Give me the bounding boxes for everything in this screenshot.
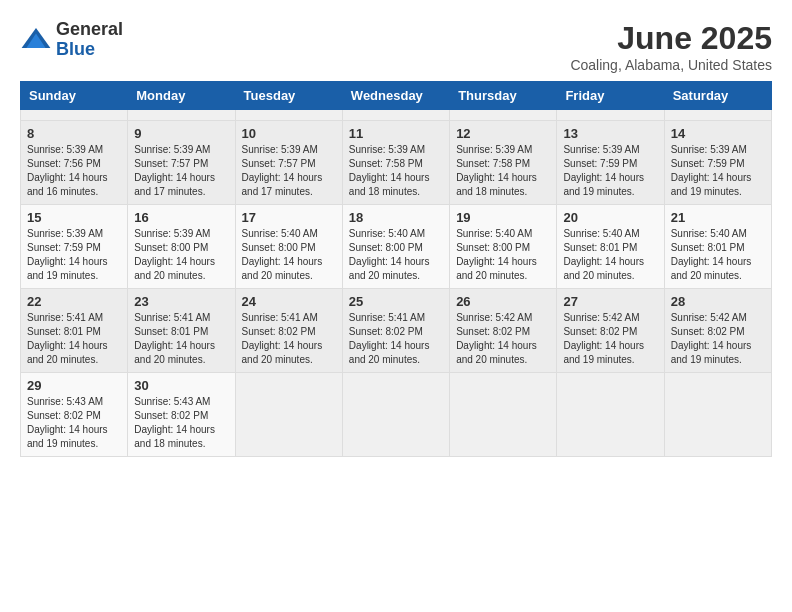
day-number: 9 (134, 126, 228, 141)
calendar-cell: 11Sunrise: 5:39 AMSunset: 7:58 PMDayligh… (342, 121, 449, 205)
day-info: Sunrise: 5:39 AMSunset: 7:56 PMDaylight:… (27, 143, 121, 199)
day-info: Sunrise: 5:40 AMSunset: 8:01 PMDaylight:… (563, 227, 657, 283)
weekday-header: Friday (557, 82, 664, 110)
month-title: June 2025 (570, 20, 772, 57)
day-number: 26 (456, 294, 550, 309)
day-info: Sunrise: 5:40 AMSunset: 8:00 PMDaylight:… (242, 227, 336, 283)
day-info: Sunrise: 5:41 AMSunset: 8:01 PMDaylight:… (134, 311, 228, 367)
calendar-cell: 20Sunrise: 5:40 AMSunset: 8:01 PMDayligh… (557, 205, 664, 289)
calendar-cell: 14Sunrise: 5:39 AMSunset: 7:59 PMDayligh… (664, 121, 771, 205)
logo: General Blue (20, 20, 123, 60)
day-info: Sunrise: 5:39 AMSunset: 8:00 PMDaylight:… (134, 227, 228, 283)
day-info: Sunrise: 5:40 AMSunset: 8:01 PMDaylight:… (671, 227, 765, 283)
calendar-cell (128, 110, 235, 121)
weekday-header: Saturday (664, 82, 771, 110)
day-number: 27 (563, 294, 657, 309)
weekday-header-row: SundayMondayTuesdayWednesdayThursdayFrid… (21, 82, 772, 110)
calendar-cell: 23Sunrise: 5:41 AMSunset: 8:01 PMDayligh… (128, 289, 235, 373)
calendar-cell (664, 110, 771, 121)
calendar-cell: 26Sunrise: 5:42 AMSunset: 8:02 PMDayligh… (450, 289, 557, 373)
weekday-header: Tuesday (235, 82, 342, 110)
day-number: 12 (456, 126, 550, 141)
calendar-cell (450, 373, 557, 457)
calendar-cell: 10Sunrise: 5:39 AMSunset: 7:57 PMDayligh… (235, 121, 342, 205)
day-info: Sunrise: 5:40 AMSunset: 8:00 PMDaylight:… (349, 227, 443, 283)
logo-icon (20, 24, 52, 56)
day-number: 30 (134, 378, 228, 393)
calendar-cell: 19Sunrise: 5:40 AMSunset: 8:00 PMDayligh… (450, 205, 557, 289)
calendar-cell (557, 110, 664, 121)
day-info: Sunrise: 5:39 AMSunset: 7:59 PMDaylight:… (27, 227, 121, 283)
calendar-cell (235, 373, 342, 457)
calendar-cell: 24Sunrise: 5:41 AMSunset: 8:02 PMDayligh… (235, 289, 342, 373)
day-number: 20 (563, 210, 657, 225)
day-info: Sunrise: 5:39 AMSunset: 7:58 PMDaylight:… (349, 143, 443, 199)
day-number: 29 (27, 378, 121, 393)
day-number: 21 (671, 210, 765, 225)
calendar-cell (450, 110, 557, 121)
calendar-cell: 25Sunrise: 5:41 AMSunset: 8:02 PMDayligh… (342, 289, 449, 373)
day-info: Sunrise: 5:39 AMSunset: 7:57 PMDaylight:… (134, 143, 228, 199)
day-number: 13 (563, 126, 657, 141)
calendar-cell: 21Sunrise: 5:40 AMSunset: 8:01 PMDayligh… (664, 205, 771, 289)
day-number: 16 (134, 210, 228, 225)
day-number: 28 (671, 294, 765, 309)
day-number: 10 (242, 126, 336, 141)
calendar-cell: 15Sunrise: 5:39 AMSunset: 7:59 PMDayligh… (21, 205, 128, 289)
logo-general-text: General (56, 19, 123, 39)
calendar-week-row (21, 110, 772, 121)
day-number: 23 (134, 294, 228, 309)
weekday-header: Wednesday (342, 82, 449, 110)
day-info: Sunrise: 5:42 AMSunset: 8:02 PMDaylight:… (671, 311, 765, 367)
calendar-cell: 30Sunrise: 5:43 AMSunset: 8:02 PMDayligh… (128, 373, 235, 457)
day-info: Sunrise: 5:39 AMSunset: 7:58 PMDaylight:… (456, 143, 550, 199)
weekday-header: Monday (128, 82, 235, 110)
day-number: 14 (671, 126, 765, 141)
day-info: Sunrise: 5:43 AMSunset: 8:02 PMDaylight:… (27, 395, 121, 451)
day-number: 25 (349, 294, 443, 309)
calendar-week-row: 22Sunrise: 5:41 AMSunset: 8:01 PMDayligh… (21, 289, 772, 373)
day-info: Sunrise: 5:42 AMSunset: 8:02 PMDaylight:… (563, 311, 657, 367)
calendar-cell (235, 110, 342, 121)
day-number: 8 (27, 126, 121, 141)
day-info: Sunrise: 5:43 AMSunset: 8:02 PMDaylight:… (134, 395, 228, 451)
calendar-cell: 17Sunrise: 5:40 AMSunset: 8:00 PMDayligh… (235, 205, 342, 289)
weekday-header: Thursday (450, 82, 557, 110)
calendar-cell: 12Sunrise: 5:39 AMSunset: 7:58 PMDayligh… (450, 121, 557, 205)
weekday-header: Sunday (21, 82, 128, 110)
day-number: 22 (27, 294, 121, 309)
calendar-cell: 28Sunrise: 5:42 AMSunset: 8:02 PMDayligh… (664, 289, 771, 373)
calendar-cell: 27Sunrise: 5:42 AMSunset: 8:02 PMDayligh… (557, 289, 664, 373)
calendar-cell (664, 373, 771, 457)
day-info: Sunrise: 5:39 AMSunset: 7:57 PMDaylight:… (242, 143, 336, 199)
day-number: 15 (27, 210, 121, 225)
day-info: Sunrise: 5:41 AMSunset: 8:02 PMDaylight:… (349, 311, 443, 367)
calendar-cell: 22Sunrise: 5:41 AMSunset: 8:01 PMDayligh… (21, 289, 128, 373)
calendar-cell: 13Sunrise: 5:39 AMSunset: 7:59 PMDayligh… (557, 121, 664, 205)
calendar-cell: 9Sunrise: 5:39 AMSunset: 7:57 PMDaylight… (128, 121, 235, 205)
calendar-table: SundayMondayTuesdayWednesdayThursdayFrid… (20, 81, 772, 457)
day-info: Sunrise: 5:39 AMSunset: 7:59 PMDaylight:… (671, 143, 765, 199)
title-block: June 2025 Coaling, Alabama, United State… (570, 20, 772, 73)
location-text: Coaling, Alabama, United States (570, 57, 772, 73)
calendar-cell (342, 110, 449, 121)
day-info: Sunrise: 5:40 AMSunset: 8:00 PMDaylight:… (456, 227, 550, 283)
calendar-week-row: 29Sunrise: 5:43 AMSunset: 8:02 PMDayligh… (21, 373, 772, 457)
day-info: Sunrise: 5:39 AMSunset: 7:59 PMDaylight:… (563, 143, 657, 199)
day-number: 11 (349, 126, 443, 141)
logo-blue-text: Blue (56, 39, 95, 59)
calendar-week-row: 15Sunrise: 5:39 AMSunset: 7:59 PMDayligh… (21, 205, 772, 289)
calendar-cell: 16Sunrise: 5:39 AMSunset: 8:00 PMDayligh… (128, 205, 235, 289)
calendar-cell: 8Sunrise: 5:39 AMSunset: 7:56 PMDaylight… (21, 121, 128, 205)
calendar-cell (21, 110, 128, 121)
day-number: 18 (349, 210, 443, 225)
calendar-cell: 29Sunrise: 5:43 AMSunset: 8:02 PMDayligh… (21, 373, 128, 457)
calendar-cell (557, 373, 664, 457)
day-number: 19 (456, 210, 550, 225)
day-info: Sunrise: 5:41 AMSunset: 8:01 PMDaylight:… (27, 311, 121, 367)
day-number: 17 (242, 210, 336, 225)
day-info: Sunrise: 5:41 AMSunset: 8:02 PMDaylight:… (242, 311, 336, 367)
calendar-cell (342, 373, 449, 457)
day-number: 24 (242, 294, 336, 309)
page-header: General Blue June 2025 Coaling, Alabama,… (20, 20, 772, 73)
